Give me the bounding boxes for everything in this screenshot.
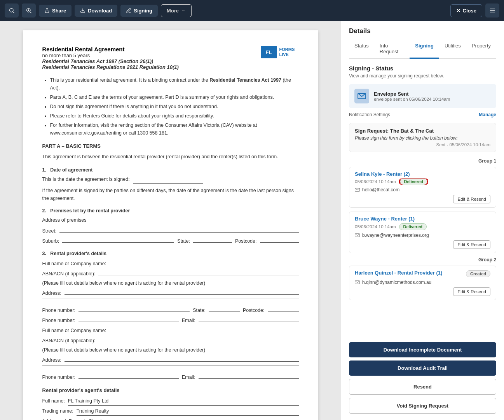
svg-line-3 [30, 12, 31, 13]
agent-address-label: Address: [42, 417, 61, 420]
signer3-badge: Created [466, 270, 490, 277]
signer2-card: Bruce Wayne - Renter (1) 05/06/2024 10:1… [349, 212, 496, 253]
fullname2-row: Full name or Company name: [42, 326, 299, 334]
state-label2: State: [193, 306, 206, 314]
signer1-date: 05/06/2024 10:14am [355, 179, 396, 184]
signer3-name: Harleen Quinzel - Rental Provider (1) [355, 270, 442, 276]
doc-title-block: Residential Rental Agreement no more tha… [42, 46, 179, 70]
tab-property[interactable]: Property [466, 40, 496, 59]
address2-line2 [42, 366, 299, 371]
agent-note: (Please fill out details below where no … [42, 279, 299, 287]
fullname-field [109, 259, 298, 265]
signer1-email: hello@thecat.com [362, 187, 399, 192]
signer3-edit-resend[interactable]: Edit & Resend [453, 287, 490, 296]
doc-subtitle: no more than 5 years [42, 52, 179, 58]
section2-heading: 2. Premises let by the rental provider [42, 207, 299, 215]
resend-btn[interactable]: Resend [349, 379, 496, 395]
sign-request-box: Sign Request: The Bat & The Cat Please s… [349, 123, 496, 152]
abn2-field [98, 336, 298, 342]
logo-box: FL [261, 46, 277, 58]
address2-label: Address: [42, 356, 61, 364]
menu-button[interactable] [485, 4, 499, 18]
group1-label: Group 1 [349, 158, 496, 164]
section-1: 1. Date of agreement This is the date th… [42, 166, 299, 202]
tab-signing[interactable]: Signing [410, 40, 439, 59]
signer1-badge-highlight: Delivered [399, 178, 429, 185]
fullname2-label: Full name or Company name: [42, 327, 106, 334]
postcode-label2: Postcode: [243, 306, 265, 314]
suburb-row: Suburb: State: Postcode: [42, 236, 299, 245]
intro-bullet-4: Please refer to Renters Guide for detail… [50, 112, 299, 120]
abn-row: ABN/ACN (if applicable): [42, 269, 299, 278]
svg-line-1 [13, 12, 14, 13]
svg-point-0 [10, 9, 13, 12]
email-icon-2 [355, 233, 360, 237]
right-panel: Details Status Info Request Signing Util… [341, 21, 504, 420]
document-area[interactable]: Residential Rental Agreement no more tha… [0, 21, 341, 420]
signer3-email: h.qinn@dynamicmethods.com.au [362, 280, 431, 285]
tab-info-request[interactable]: Info Request [374, 40, 410, 59]
signer1-name: Selina Kyle - Renter (2) [355, 171, 490, 177]
agent-fullname-row: Full name: FL Training Pty Ltd [42, 397, 299, 406]
sign-request-desc: Please sign this form by clicking the bu… [355, 135, 490, 141]
agent-fullname-val: FL Training Pty Ltd [68, 397, 299, 406]
search-button[interactable] [5, 4, 19, 18]
agent-address-val: 1 Example Street [65, 417, 299, 420]
zoom-button[interactable] [22, 4, 36, 18]
state-field [193, 236, 232, 243]
signer3-email-row: h.qinn@dynamicmethods.com.au [355, 280, 490, 285]
toolbar: Share Download Signing More ✕ Close [0, 0, 504, 21]
address-line2 [42, 299, 299, 304]
forms-live-logo: FL FORMS LIVE [261, 46, 299, 58]
address2-field [65, 355, 299, 362]
notification-settings-row: Notification Settings Manage [349, 112, 496, 117]
agent-address-row: Address: 1 Example Street [42, 417, 299, 420]
more-button[interactable]: More [161, 4, 192, 17]
part-a-title: PART A – BASIC TERMS [42, 142, 299, 150]
section3-heading: 3. Rental provider's details [42, 250, 299, 257]
close-button[interactable]: ✕ Close [450, 4, 482, 17]
tab-status[interactable]: Status [349, 40, 374, 59]
intro-bullet-2: Parts A, B, C and E are the terms of you… [50, 93, 299, 101]
sign-request-sent: Sent - 05/06/2024 10:14am [355, 142, 490, 147]
panel-body: Signing - Status View and manage your si… [341, 59, 504, 342]
manage-link[interactable]: Manage [479, 112, 496, 117]
signer2-edit-resend[interactable]: Edit & Resend [453, 240, 490, 249]
signing-button[interactable]: Signing [120, 5, 158, 17]
doc-act2: Residential Tenancies Regulations 2021 R… [42, 64, 179, 70]
phone-state-row: Phone number: State: Postcode: [42, 306, 299, 314]
signer3-actions: Edit & Resend [355, 287, 490, 296]
action-buttons: Download Incomplete Document Download Au… [341, 342, 504, 420]
fullname-row: Full name or Company name: [42, 259, 299, 268]
street-field [59, 226, 298, 233]
phone-label3: Phone number: [42, 317, 75, 324]
phone-state2-row: Phone number: Email: [42, 373, 299, 381]
signer1-edit-resend[interactable]: Edit & Resend [453, 195, 490, 203]
tab-utilities[interactable]: Utilities [439, 40, 466, 59]
download-audit-btn[interactable]: Download Audit Trail [349, 360, 496, 376]
phone-field4 [78, 373, 179, 379]
signer1-meta: 05/06/2024 10:14am Delivered [355, 178, 490, 185]
signer1-actions: Edit & Resend [355, 195, 490, 203]
agent-trading-row: Trading name: Training Realty [42, 407, 299, 416]
email-field2 [199, 373, 299, 379]
part-a-section: PART A – BASIC TERMS This agreement is b… [42, 142, 299, 161]
signer1-badge: Delivered [400, 178, 428, 185]
void-signing-btn[interactable]: Void Signing Request [349, 398, 496, 414]
postcode-field2 [268, 306, 299, 312]
phone-field3 [78, 316, 179, 322]
doc-header: Residential Rental Agreement no more tha… [42, 46, 299, 70]
envelope-icon [354, 89, 369, 103]
share-button[interactable]: Share [39, 5, 72, 17]
document-page: Residential Rental Agreement no more tha… [23, 30, 318, 420]
group2-label: Group 2 [349, 257, 496, 262]
doc-body: This is your residential rental agreemen… [42, 76, 299, 420]
agent-fullname-label: Full name: [42, 397, 65, 405]
download-incomplete-btn[interactable]: Download Incomplete Document [349, 342, 496, 357]
signer3-header: Harleen Quinzel - Rental Provider (1) Cr… [355, 270, 490, 277]
signer2-email: b.wayne@wayneenterprises.org [362, 233, 429, 238]
download-button[interactable]: Download [75, 5, 117, 17]
phone-email-row: Phone number: Email: [42, 316, 299, 324]
signer3-card: Harleen Quinzel - Rental Provider (1) Cr… [349, 266, 496, 300]
part-a-desc: This agreement is between the residentia… [42, 153, 299, 161]
